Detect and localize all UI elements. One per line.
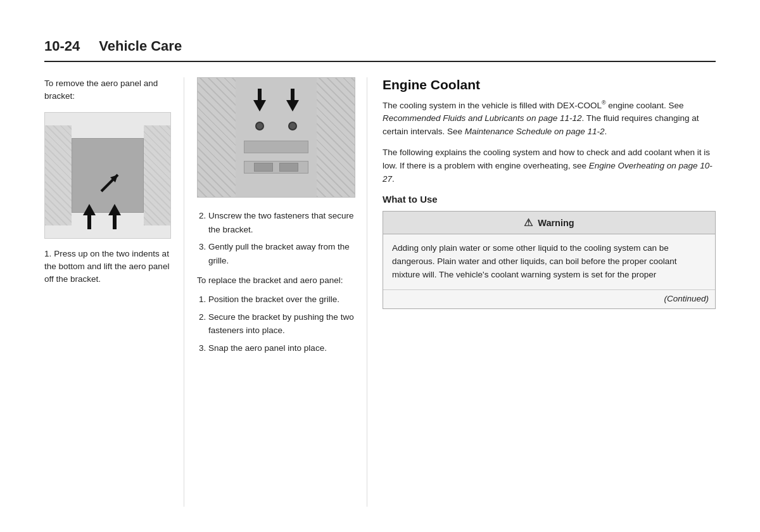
arrows-row (244, 89, 308, 111)
warning-header: ⚠ Warning (383, 212, 715, 234)
step2: Unscrew the two fasteners that secure th… (208, 209, 354, 236)
grille-left (45, 125, 72, 225)
continued-label: (Continued) (383, 289, 715, 308)
coolant-para2: The following explains the cooling syste… (383, 146, 716, 186)
step3: Gently pull the bracket away from the gr… (208, 240, 354, 267)
svg-marker-4 (253, 89, 266, 111)
arrow-down-left-icon (253, 89, 266, 111)
content-area: To remove the aero panel and bracket: (44, 77, 716, 507)
screw-right (288, 122, 297, 130)
arrow-diagonal-icon (99, 170, 123, 194)
step1-text: 1.Press up on the two indents at the bot… (44, 248, 171, 286)
replace-intro: To replace the bracket and aero panel: (197, 274, 354, 288)
arrow-down-right-icon (286, 89, 299, 111)
vehicle-image-mid (197, 77, 355, 198)
svg-marker-5 (286, 89, 299, 111)
svg-marker-0 (83, 204, 96, 229)
warning-text: Adding only plain water or some other li… (392, 242, 706, 282)
replace-step3: Snap the aero panel into place. (208, 341, 354, 355)
screw-left (255, 122, 264, 130)
engine-coolant-title: Engine Coolant (383, 77, 716, 92)
arrow-up-left-icon (83, 204, 96, 229)
warning-triangle-icon: ⚠ (524, 217, 533, 229)
svg-marker-1 (108, 204, 121, 229)
bracket-area (236, 78, 317, 197)
page-header: 10-24 Vehicle Care (44, 38, 716, 62)
left-column: To remove the aero panel and bracket: (44, 77, 184, 507)
slot-right (279, 163, 298, 172)
slot-left (254, 163, 273, 172)
what-to-use-title: What to Use (383, 194, 716, 205)
grille-right (144, 125, 170, 225)
coolant-para1: The cooling system in the vehicle is fil… (383, 99, 716, 139)
replace-step2: Secure the bracket by pushing the two fa… (208, 310, 354, 338)
warning-box: ⚠ Warning Adding only plain water or som… (383, 211, 716, 309)
middle-steps: Unscrew the two fasteners that secure th… (197, 209, 354, 355)
page: 10-24 Vehicle Care To remove the aero pa… (0, 0, 760, 532)
section-title: Vehicle Care (99, 38, 182, 54)
screw-row (244, 122, 308, 130)
replace-step1: Position the bracket over the grille. (208, 293, 354, 307)
vehicle-image-left (44, 112, 171, 239)
warning-body: Adding only plain water or some other li… (383, 234, 715, 289)
grille-mid-left (198, 78, 236, 197)
grille-mid-right (317, 78, 355, 197)
bracket-bar-1 (244, 141, 308, 153)
right-column: Engine Coolant The cooling system in the… (367, 77, 716, 507)
page-number: 10-24 (44, 38, 80, 54)
arrow-up-right-icon (108, 204, 121, 229)
intro-text: To remove the aero panel and bracket: (44, 77, 171, 103)
warning-label: Warning (538, 218, 574, 228)
middle-column: Unscrew the two fasteners that secure th… (184, 77, 367, 507)
bracket-bar-2 (244, 161, 308, 174)
